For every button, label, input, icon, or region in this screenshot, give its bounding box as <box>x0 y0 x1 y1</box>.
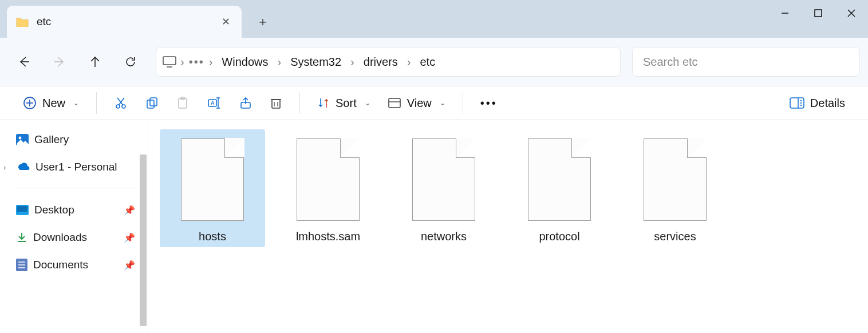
sidebar-item-label: Desktop <box>34 204 74 216</box>
onedrive-icon <box>16 162 30 172</box>
chevron-down-icon: ⌄ <box>440 99 445 107</box>
file-name: protocol <box>539 230 579 243</box>
chevron-right-icon[interactable]: › <box>349 56 356 69</box>
content-area: Gallery › User1 - Personal Desktop 📌 Dow… <box>0 120 868 333</box>
file-item[interactable]: services <box>622 129 728 247</box>
search-placeholder: Search etc <box>643 56 698 69</box>
pin-icon[interactable]: 📌 <box>124 205 135 216</box>
cut-button[interactable] <box>107 90 135 116</box>
new-button[interactable]: New ⌄ <box>16 90 86 116</box>
more-paths-icon[interactable]: ••• <box>188 56 206 69</box>
desktop-icon <box>16 205 29 215</box>
chevron-right-icon[interactable]: › <box>179 56 186 69</box>
view-button[interactable]: View ⌄ <box>381 90 452 116</box>
sidebar-item-documents[interactable]: Documents 📌 <box>0 251 148 279</box>
folder-icon <box>16 17 29 27</box>
sidebar-item-label: User1 - Personal <box>35 161 117 173</box>
file-list[interactable]: hosts lmhosts.sam networks protocol serv… <box>148 120 868 333</box>
svg-rect-40 <box>17 206 27 212</box>
svg-rect-16 <box>147 100 154 108</box>
chevron-down-icon: ⌄ <box>365 99 370 107</box>
details-pane-label: Details <box>810 97 845 110</box>
toolbar-divider <box>299 92 300 114</box>
details-pane-button[interactable]: Details <box>783 90 852 116</box>
pin-icon[interactable]: 📌 <box>124 232 135 243</box>
file-item[interactable]: protocol <box>507 129 612 247</box>
address-bar[interactable]: › ••• › Windows › System32 › drivers › e… <box>156 47 621 77</box>
file-icon <box>412 138 475 221</box>
sidebar-item-desktop[interactable]: Desktop 📌 <box>0 196 148 224</box>
this-pc-icon <box>162 56 177 68</box>
breadcrumb-drivers[interactable]: drivers <box>358 53 404 71</box>
up-button[interactable] <box>79 48 111 76</box>
refresh-button[interactable] <box>115 48 147 76</box>
chevron-right-icon[interactable]: › <box>406 56 412 69</box>
share-button[interactable] <box>232 90 259 116</box>
pin-icon[interactable]: 📌 <box>124 260 135 271</box>
search-input[interactable]: Search etc <box>632 47 860 77</box>
svg-point-38 <box>19 137 22 140</box>
file-icon <box>528 138 591 221</box>
sidebar-scrollbar[interactable] <box>140 154 147 326</box>
breadcrumb-windows[interactable]: Windows <box>216 53 274 71</box>
nav-row: › ••• › Windows › System32 › drivers › e… <box>0 38 868 86</box>
rename-button[interactable]: A <box>200 90 228 116</box>
svg-line-14 <box>119 98 124 105</box>
chevron-right-icon[interactable]: › <box>3 163 6 172</box>
file-item[interactable]: networks <box>391 129 496 247</box>
toolbar: New ⌄ A Sort ⌄ View ⌄ ••• Details <box>0 86 868 120</box>
svg-rect-17 <box>150 98 157 106</box>
svg-line-15 <box>117 98 123 105</box>
breadcrumb-system32[interactable]: System32 <box>285 53 347 71</box>
forward-button[interactable] <box>44 48 76 76</box>
toolbar-divider <box>463 92 463 114</box>
window-controls <box>768 0 868 26</box>
file-name: lmhosts.sam <box>296 230 360 243</box>
view-button-label: View <box>407 97 432 110</box>
file-name: services <box>654 230 696 243</box>
sidebar-divider <box>16 188 136 188</box>
new-button-label: New <box>42 97 65 110</box>
breadcrumb-etc[interactable]: etc <box>414 53 441 71</box>
sidebar-item-label: Downloads <box>33 231 87 244</box>
file-item[interactable]: lmhosts.sam <box>275 129 381 247</box>
more-button[interactable]: ••• <box>474 90 504 116</box>
svg-point-12 <box>116 105 120 108</box>
active-tab[interactable]: etc ✕ <box>7 6 242 38</box>
close-window-button[interactable] <box>835 0 868 26</box>
sort-button[interactable]: Sort ⌄ <box>310 90 377 116</box>
svg-rect-1 <box>815 10 822 17</box>
file-item[interactable]: hosts <box>160 129 265 247</box>
file-icon <box>181 138 244 221</box>
svg-text:A: A <box>211 100 215 106</box>
chevron-right-icon[interactable]: › <box>208 56 214 69</box>
close-tab-icon[interactable]: ✕ <box>222 15 230 28</box>
documents-icon <box>16 259 27 271</box>
gallery-icon <box>16 134 29 145</box>
downloads-icon <box>16 232 27 243</box>
chevron-right-icon[interactable]: › <box>277 56 283 69</box>
file-name: networks <box>421 230 467 243</box>
sort-button-label: Sort <box>336 97 357 110</box>
paste-button[interactable] <box>169 90 196 116</box>
maximize-button[interactable] <box>802 0 835 26</box>
file-name: hosts <box>199 230 226 243</box>
svg-rect-26 <box>272 100 280 108</box>
svg-rect-7 <box>163 57 176 65</box>
minimize-button[interactable] <box>768 0 802 26</box>
svg-rect-30 <box>389 98 400 108</box>
copy-button[interactable] <box>138 90 165 116</box>
svg-point-13 <box>122 105 125 108</box>
back-button[interactable] <box>8 48 40 76</box>
file-icon <box>297 138 360 221</box>
tab-title: etc <box>37 15 51 28</box>
sidebar-item-label: Gallery <box>34 133 69 146</box>
sidebar-item-onedrive[interactable]: › User1 - Personal <box>0 153 148 181</box>
sidebar-item-gallery[interactable]: Gallery <box>0 126 148 153</box>
delete-button[interactable] <box>263 90 289 116</box>
file-icon <box>644 138 707 221</box>
new-tab-button[interactable]: ＋ <box>252 11 274 33</box>
toolbar-divider <box>96 92 97 114</box>
sidebar-item-downloads[interactable]: Downloads 📌 <box>0 224 148 251</box>
chevron-down-icon: ⌄ <box>73 99 79 107</box>
